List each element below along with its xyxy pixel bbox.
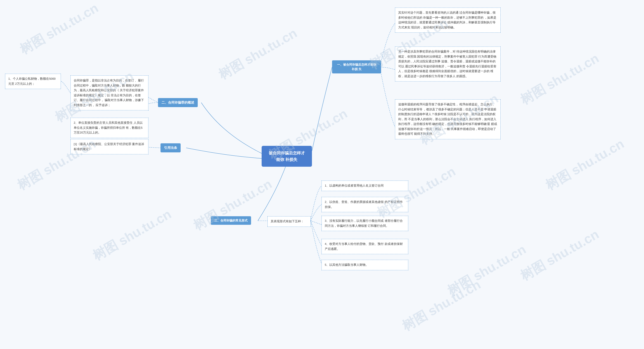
branch4-box-1: 1、以虚构的单位或者冒用他人名义签订合同 xyxy=(321,181,408,191)
mindmap-container: 被合同诈骗后怎样才能弥 补损失 一、被合同诈骗后怎样才能弥补损 失 二、合同诈骗… xyxy=(0,0,644,349)
branch4-box-2: 2、以伪造、变造、作废的票据或者其他虚假 的产权证明作担保。 xyxy=(321,197,408,212)
connector-lines xyxy=(0,0,644,349)
branch4-box-4: 4、收受对方当事人给付的货物、货款、预付 款或者担保财产后逃匿。 xyxy=(321,239,408,254)
branch3-box-1: [1]《最高人民检察院、公安部关于经济犯罪 案件追诉标准的规定》 xyxy=(70,139,148,154)
right-box-2: 另一种是涉及刑事犯罪的合同诈骗案件，对 待这种情况国也有明确的法律规定，依照我 … xyxy=(395,47,501,81)
right-box-3: 追缴和退赔的程序问题导致了很多不确定性， 程序由谁提起、怎么执行、什么时候结束等… xyxy=(395,99,501,139)
right-box-1: 其实针对这个问题，首先要看咨询的人说的通 过合同诈骗是哪种诈骗，很多时候他们所说… xyxy=(395,8,501,33)
branch-node-3: 引用法条 xyxy=(160,143,181,152)
branch2-box-left: 1、个人诈骗公私财物，数额在5000元至 2万元以上的； xyxy=(5,74,61,89)
branch-node-2: 二、合同诈骗罪的概述 xyxy=(158,98,198,107)
branch2-box-2: 2、单位直接负责的主管人员和其他直接责任 人员以单位名义实施诈骗，诈骗所得归单位… xyxy=(70,118,148,138)
branch-node-4: 三、合同诈骗的常见形式 xyxy=(211,216,251,225)
branch-node-1: 一、被合同诈骗后怎样才能弥补损 失 xyxy=(332,60,381,73)
branch2-box-main: 合同诈骗罪，是指以非法占有为目的，在签订 、履行合同过程中，骗取对方当事人财物，… xyxy=(70,75,148,110)
center-node: 被合同诈骗后怎样才能弥 补损失 xyxy=(262,146,312,167)
branch4-box-3: 3、没有实际履行能力，以先履行小额合同或 者部分履行合同方法，诈骗对方当事人继续… xyxy=(321,216,408,231)
branch4-label: 其表现形式有如下五种： xyxy=(267,216,311,227)
branch4-box-5: 5、以其他方法骗取当事人财物。 xyxy=(321,260,408,270)
